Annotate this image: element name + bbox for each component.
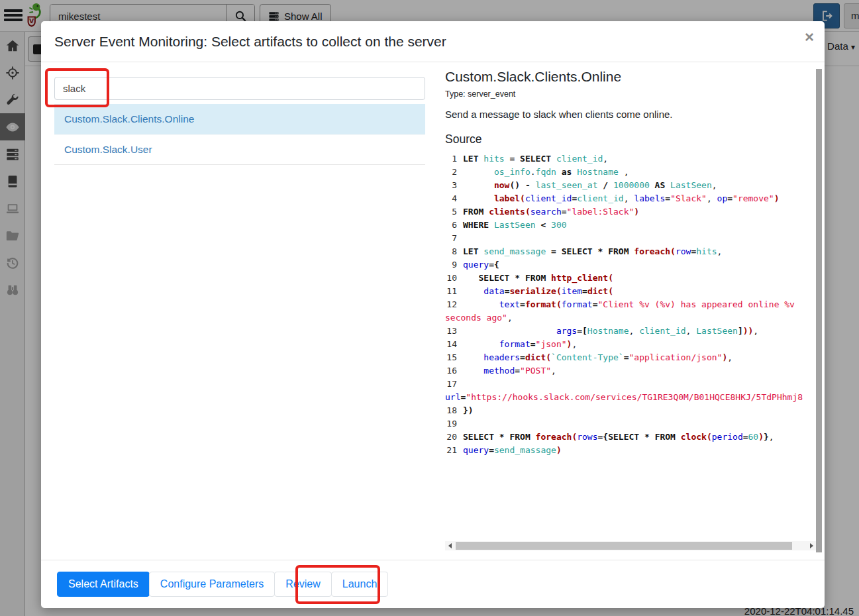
code-line: 6WHERE LastSeen < 300: [445, 219, 816, 232]
code-line-wrap: seconds ago",: [445, 311, 816, 325]
modal-footer: Select ArtifactsConfigure ParametersRevi…: [41, 560, 825, 608]
modal-title: Server Event Monitoring: Select artifact…: [54, 21, 811, 62]
code-line: 21query=send_massage): [445, 444, 816, 457]
code-line: 20SELECT * FROM foreach(rows={SELECT * F…: [445, 431, 816, 444]
code-line: 17: [445, 378, 816, 391]
code-line: 4 label(client_id=client_id, labels="Sla…: [445, 192, 816, 205]
code-line: 13 args=[Hostname, client_id, LastSeen])…: [445, 325, 816, 338]
code-line: 11 data=serialize(item=dict(: [445, 285, 816, 298]
scroll-left-arrow-icon[interactable]: [445, 541, 454, 550]
code-line: 2 os_info.fqdn as Hostname ,: [445, 166, 816, 179]
horizontal-scrollbar-thumb[interactable]: [456, 542, 792, 550]
code-line: 10 SELECT * FROM http_client(: [445, 272, 816, 285]
code-line: 1LET hits = SELECT client_id,: [445, 152, 816, 166]
artifact-list: Custom.Slack.Clients.OnlineCustom.Slack.…: [54, 104, 425, 165]
tab-review[interactable]: Review: [274, 572, 331, 597]
code-line: 5FROM clients(search="label:Slack"): [445, 205, 816, 219]
code-line: 12 text=format(format="Client %v (%v) ha…: [445, 298, 816, 311]
source-code-block: 1LET hits = SELECT client_id,2 os_info.f…: [445, 152, 816, 457]
code-line: 14 format="json"),: [445, 338, 816, 351]
code-line: 7: [445, 232, 816, 245]
code-line: 3 now() - last_seen_at / 1000000 AS Last…: [445, 179, 816, 192]
close-icon[interactable]: ×: [805, 29, 814, 45]
vertical-scrollbar[interactable]: [816, 69, 822, 552]
artifact-title: Custom.Slack.Clients.Online: [445, 69, 816, 85]
scroll-right-arrow-icon[interactable]: [807, 541, 816, 550]
code-line: 9query={: [445, 258, 816, 272]
code-line: 8LET send_massage = SELECT * FROM foreac…: [445, 245, 816, 258]
modal-header: Server Event Monitoring: Select artifact…: [41, 21, 825, 62]
artifact-picker-column: Custom.Slack.Clients.OnlineCustom.Slack.…: [54, 77, 425, 165]
modal-body: Custom.Slack.Clients.OnlineCustom.Slack.…: [41, 62, 825, 559]
code-line: 19: [445, 417, 816, 431]
tab-launch[interactable]: Launch: [331, 572, 389, 597]
code-line: 16 method="POST",: [445, 364, 816, 378]
tab-select-artifacts[interactable]: Select Artifacts: [57, 572, 150, 597]
code-line: 18}): [445, 404, 816, 417]
horizontal-scrollbar[interactable]: [445, 541, 816, 550]
artifact-description: Send a message to slack when clients com…: [445, 109, 816, 120]
tab-configure-parameters[interactable]: Configure Parameters: [149, 572, 276, 597]
code-line-wrap: url="https://hooks.slack.com/services/TG…: [445, 391, 816, 404]
artifact-list-item[interactable]: Custom.Slack.User: [54, 134, 425, 165]
artifact-search-input[interactable]: [54, 77, 425, 100]
vertical-scrollbar-thumb[interactable]: [816, 69, 822, 552]
server-event-monitoring-modal: Server Event Monitoring: Select artifact…: [41, 21, 825, 608]
code-line: 15 headers=dict(`Content-Type`="applicat…: [445, 351, 816, 364]
artifact-list-item[interactable]: Custom.Slack.Clients.Online: [54, 104, 425, 134]
artifact-details-pane: Custom.Slack.Clients.Online Type: server…: [445, 69, 816, 457]
artifact-type: Type: server_event: [445, 89, 816, 99]
source-heading: Source: [445, 132, 816, 146]
